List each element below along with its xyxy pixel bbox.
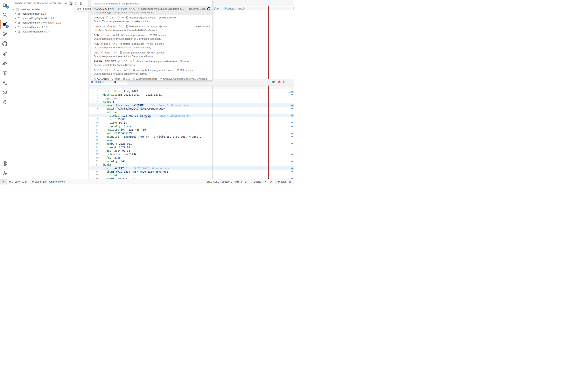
quick-pick-item[interactable]: ACS none6quarto-journals/acsMIT License … xyxy=(91,41,212,50)
code-token: : xyxy=(116,142,119,145)
github-icon xyxy=(2,41,7,46)
activity-explorer[interactable]: 1 xyxy=(0,0,10,10)
extensions-icon xyxy=(2,51,7,56)
quick-pick-input[interactable] xyxy=(93,1,211,6)
code-line: 20 reference: abcd1234 xyxy=(88,153,294,156)
status-live-share[interactable]: Live Share xyxy=(30,179,48,184)
activity-source-control[interactable] xyxy=(0,29,10,39)
template-version: none xyxy=(104,42,110,45)
code-token: name xyxy=(106,104,113,107)
add-extension-button[interactable] xyxy=(63,1,68,6)
use-template-button[interactable] xyxy=(69,1,73,6)
template-description: Quarto template for the Association of C… xyxy=(94,37,210,41)
editor-content[interactable]: 1 --- 2 title: Consulting 2023 3 descrip… xyxy=(88,86,294,179)
code-token: bic xyxy=(106,167,111,170)
activity-quarto-wizard[interactable]: 1 xyxy=(0,20,10,29)
code-token xyxy=(103,107,106,110)
quick-pick-item[interactable]: INVOICE 1.3.040mcanouil/quarto-invoiceMI… xyxy=(91,15,212,24)
status-indentation[interactable]: Spaces: 2 xyxy=(220,179,234,184)
dont-show-link[interactable]: don't show xyxy=(214,7,230,10)
tree-item-extension[interactable]: mcanouil/mcanouil 0.1.4 xyxy=(10,29,88,34)
template-title: ANNUAL REVIEWS xyxy=(94,60,116,63)
code-token: fee xyxy=(106,156,111,159)
overview-info-marker xyxy=(291,122,293,123)
status-voice-dictation[interactable] xyxy=(262,179,268,184)
chevron-down-icon[interactable] xyxy=(12,8,15,11)
status-formatter-prettier[interactable]: Prettier xyxy=(273,179,287,184)
more-actions-icon[interactable] xyxy=(287,1,290,5)
editor-toolbar xyxy=(272,80,292,84)
package-3d-icon xyxy=(2,90,7,95)
status-copilot[interactable] xyxy=(268,179,273,184)
chevron-right-icon[interactable] xyxy=(14,17,17,20)
activity-containers[interactable] xyxy=(0,87,10,97)
activity-references[interactable] xyxy=(0,78,10,87)
account-icon xyxy=(2,161,7,166)
badge: 1 xyxy=(6,6,9,9)
activity-run-debug[interactable] xyxy=(0,58,10,68)
split-editor-button[interactable] xyxy=(283,80,287,84)
activity-extensions[interactable] xyxy=(0,49,10,58)
status-bar: 0 0 14Live ShareQuarto: 99.9.9 Ln 1, Col… xyxy=(0,179,294,184)
code-token: : xyxy=(119,114,122,117)
status-remote-indicator[interactable] xyxy=(0,179,7,184)
activity-outline-hierarchy[interactable] xyxy=(0,97,10,107)
status-problems[interactable]: 0 0 14 xyxy=(7,179,30,184)
quarto-spark-icon xyxy=(278,80,281,84)
code-token: : xyxy=(125,128,129,131)
extension-name: mcanouil/mcanouil xyxy=(22,30,43,33)
extension-name: mcanouil/invoice xyxy=(22,26,41,29)
column-ruler-red xyxy=(268,86,269,179)
remote-explorer-icon xyxy=(2,70,7,75)
plus-icon xyxy=(64,2,67,5)
search-icon xyxy=(2,12,7,17)
chevron-right-icon[interactable] xyxy=(14,21,17,24)
status-label: Quarto: 99.9.9 xyxy=(49,180,65,183)
tree-item-extension[interactable]: mcanouil/github 1.1.0 xyxy=(10,11,88,16)
quick-pick-item[interactable]: ANNUAL REVIEWS 1.0.03christopherkenny/an… xyxy=(91,59,212,67)
quick-pick-item[interactable]: AOG ARTICLE none16aarongullickson/aog-ar… xyxy=(91,67,212,76)
status-quarto-version[interactable]: Quarto: 99.9.9 xyxy=(48,179,66,184)
code-token xyxy=(103,128,106,131)
activity-github[interactable] xyxy=(0,39,10,49)
open-on-github-button[interactable] xyxy=(207,7,210,10)
tree-item-extension[interactable]: mcanouil/iconify 3.0.0 (latest: 3.0.1) xyxy=(10,20,88,25)
template-title: INVOICE xyxy=(94,16,104,19)
code-token: logo xyxy=(103,97,110,100)
code-token: vat xyxy=(106,132,111,135)
activity-settings[interactable] xyxy=(0,168,10,178)
chevron-right-icon[interactable] xyxy=(14,30,17,33)
tree-item-extension[interactable]: mcanouil/highlight-text 1.3.3 xyxy=(10,16,88,20)
quick-pick-item[interactable]: APAQUARTO none216wjschne/apaquartoCreati… xyxy=(91,76,212,80)
quick-pick-item[interactable]: ACADEMIC TYPST 0.2.077kazuyanagimoto/qua… xyxy=(91,6,212,15)
template-title: ACM xyxy=(94,34,99,37)
overview-ruler-slider[interactable] xyxy=(289,92,294,93)
activity-accounts[interactable] xyxy=(0,159,10,168)
status-eol-sequence[interactable]: LF xyxy=(243,179,249,184)
quick-pick-item[interactable]: AGU none4quarto-journals/aguMIT License … xyxy=(91,50,212,59)
code-token xyxy=(103,118,110,121)
status-encoding[interactable]: UTF-8 xyxy=(234,179,243,184)
code-line: 6 name: Firstname LASTNAME "Firstname": … xyxy=(88,103,294,107)
code-token: 75000 xyxy=(117,118,125,121)
yaml-file-icon xyxy=(91,81,93,84)
status-cursor-position[interactable]: Ln 1, Col 1 xyxy=(206,179,220,184)
chevron-right-icon[interactable] xyxy=(14,12,17,15)
open-preview-button[interactable] xyxy=(272,80,276,84)
top-scrollbar-slider[interactable] xyxy=(293,7,294,10)
folder-label: quarto-wizard-dev xyxy=(20,8,40,11)
quarto-render-button[interactable] xyxy=(277,80,281,84)
star-icon xyxy=(130,60,132,63)
quick-pick-item[interactable]: AAAI2026 none0selbosh/aaai2026-quartonon… xyxy=(91,24,212,32)
collapse-all-button[interactable] xyxy=(79,1,83,6)
more-actions-button[interactable] xyxy=(288,80,292,84)
status-language-mode[interactable]: {}Quarto xyxy=(249,179,262,184)
status-notifications[interactable] xyxy=(287,179,293,184)
refresh-button[interactable] xyxy=(74,1,78,6)
dont-show-rest: this again. xyxy=(230,7,247,10)
chevron-right-icon[interactable] xyxy=(14,26,17,29)
activity-search[interactable] xyxy=(0,10,10,20)
quick-pick-item[interactable]: ACM none20quarto-journals/acmMIT License… xyxy=(91,32,212,41)
activity-remote-explorer[interactable] xyxy=(0,68,10,78)
tree-item-extension[interactable]: mcanouil/invoice 1.3.0 xyxy=(10,25,88,29)
